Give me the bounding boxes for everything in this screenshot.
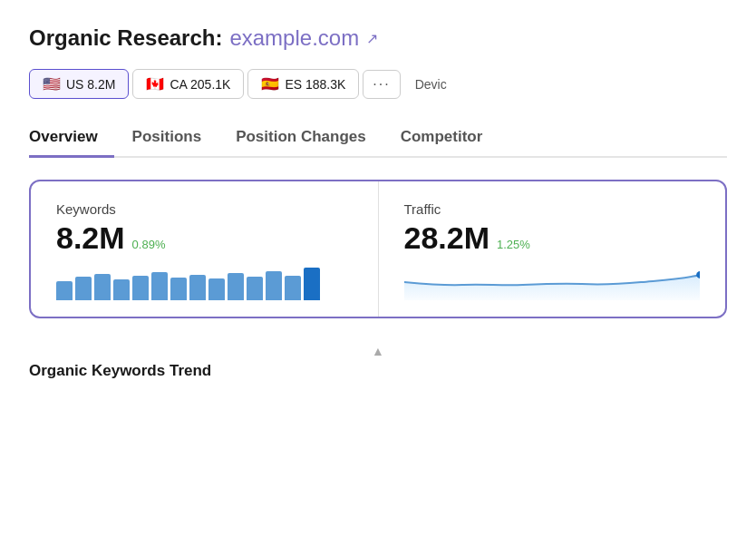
bar-3 [113,279,130,300]
ca-flag-icon: 🇨🇦 [146,75,164,93]
bar-10 [247,277,263,300]
country-ca-label: CA 205.1K [170,77,230,92]
bar-9 [228,273,244,300]
tab-position-changes[interactable]: Position Changes [236,121,383,158]
page-header: Organic Research: example.com ↗ [29,25,727,51]
traffic-change: 1.25% [497,238,530,251]
bar-1 [75,277,92,300]
bar-0 [56,281,73,300]
keywords-change: 0.89% [132,238,166,251]
country-bar: 🇺🇸 US 8.2M 🇨🇦 CA 205.1K 🇪🇸 ES 188.3K ···… [29,69,727,99]
bar-7 [189,275,206,300]
more-label: ··· [373,76,390,93]
bar-2 [94,274,111,300]
tab-positions[interactable]: Positions [132,121,218,158]
country-es-label: ES 188.3K [285,77,345,92]
page-title-domain: example.com [229,25,359,51]
page-title-static: Organic Research: [29,25,222,51]
traffic-line-chart [404,266,701,300]
chevron-up-icon: ▲ [372,344,384,358]
external-link-icon[interactable]: ↗ [366,30,378,47]
bar-4 [132,276,149,300]
country-us-label: US 8.2M [66,77,115,92]
traffic-label: Traffic [404,201,701,217]
keywords-value-row: 8.2M 0.89% [56,222,353,253]
bar-6 [170,278,187,300]
section-title: Organic Keywords Trend [29,362,727,380]
traffic-value-row: 28.2M 1.25% [404,222,701,253]
country-us-button[interactable]: 🇺🇸 US 8.2M [29,69,129,99]
keywords-bar-chart [56,266,353,300]
bar-13 [304,268,320,300]
nav-tabs: Overview Positions Position Changes Comp… [29,121,727,158]
us-flag-icon: 🇺🇸 [43,75,61,93]
bar-8 [208,278,225,300]
tab-competitor[interactable]: Competitor [401,121,499,158]
traffic-value: 28.2M [404,222,490,253]
country-ca-button[interactable]: 🇨🇦 CA 205.1K [132,69,244,99]
country-es-button[interactable]: 🇪🇸 ES 188.3K [247,69,359,99]
bar-5 [151,272,168,300]
tab-overview[interactable]: Overview [29,121,114,158]
more-countries-button[interactable]: ··· [363,70,400,99]
keywords-value: 8.2M [56,222,125,253]
bar-11 [266,271,282,300]
metrics-card: Keywords 8.2M 0.89% Traffic 28.2M 1.25% [29,180,727,318]
keywords-panel: Keywords 8.2M 0.89% [31,181,378,317]
scroll-indicator: ▲ [29,344,727,358]
keywords-label: Keywords [56,201,353,217]
traffic-panel: Traffic 28.2M 1.25% [378,181,726,317]
es-flag-icon: 🇪🇸 [261,75,279,93]
bar-12 [285,276,301,300]
device-label: Devic [415,77,447,92]
